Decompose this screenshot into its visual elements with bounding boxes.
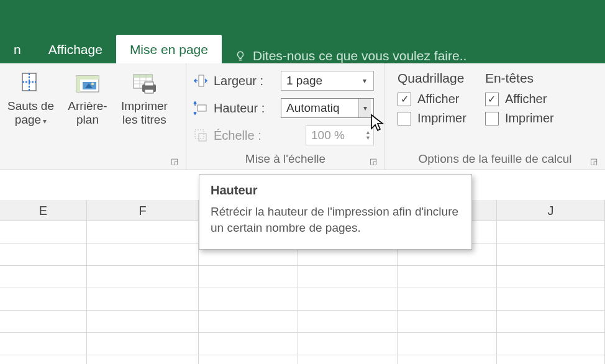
tooltip-hauteur: Hauteur Rétrécir la hauteur de l'impress…	[199, 174, 472, 250]
width-value: 1 page	[286, 74, 322, 88]
svg-rect-5	[76, 80, 80, 92]
scale-icon	[193, 127, 209, 143]
breaks-label-2: page	[15, 113, 41, 126]
lightbulb-icon	[234, 50, 247, 62]
col-head-e[interactable]: E	[0, 200, 87, 221]
headings-column: En-têtes ✓ Afficher Imprimer	[485, 71, 554, 125]
checkbox-unchecked-icon	[398, 112, 411, 125]
gridlines-print-label: Imprimer	[417, 111, 466, 125]
checkbox-unchecked-icon	[485, 112, 499, 125]
svg-rect-16	[145, 82, 153, 86]
title-bar	[0, 0, 605, 30]
col-head-j[interactable]: J	[497, 200, 605, 221]
scale-launcher-icon[interactable]: ◲	[368, 156, 378, 166]
svg-rect-4	[76, 76, 99, 80]
height-combo[interactable]: Automatiq ▾	[281, 98, 374, 118]
col-head-f[interactable]: F	[87, 200, 199, 221]
tooltip-title: Hauteur	[211, 183, 460, 198]
headings-print-checkbox[interactable]: Imprimer	[485, 111, 554, 125]
svg-rect-10	[134, 75, 152, 78]
page-setup-launcher-icon[interactable]: ◲	[170, 156, 180, 166]
tooltip-body: Rétrécir la hauteur de l'impression afin…	[211, 204, 460, 235]
group-scale-to-fit: Largeur : 1 page ▾ Hauteur : Automatiq ▾	[186, 63, 385, 170]
svg-rect-21	[199, 134, 206, 141]
svg-rect-18	[199, 75, 204, 86]
svg-rect-17	[145, 89, 153, 93]
titles-label-2: les titres	[122, 113, 166, 126]
sheet-launcher-icon[interactable]: ◲	[589, 156, 599, 166]
print-titles-button[interactable]: Imprimerles titres	[117, 67, 171, 129]
breaks-label-1: Sauts de	[7, 99, 54, 112]
gridlines-column: Quadrillage ✓ Afficher Imprimer	[398, 71, 466, 125]
tell-me-text: Dites-nous ce que vous voulez faire..	[253, 48, 466, 63]
bg-label-2: plan	[76, 113, 99, 126]
group-sheet-options: Quadrillage ✓ Afficher Imprimer En-têtes…	[385, 63, 605, 170]
titles-label-1: Imprimer	[121, 99, 168, 112]
width-combo[interactable]: 1 page ▾	[281, 71, 374, 91]
svg-rect-20	[195, 130, 204, 139]
ribbon: Sauts depage▾ Arrière-plan	[0, 63, 605, 170]
gridlines-show-checkbox[interactable]: ✓ Afficher	[398, 92, 466, 106]
checkbox-checked-icon: ✓	[485, 93, 499, 106]
group-scale-label: Mise à l'échelle ◲	[190, 150, 381, 170]
ribbon-tabs: n Affichage Mise en page Dites-nous ce q…	[0, 30, 605, 63]
headings-show-label: Afficher	[505, 92, 547, 106]
print-titles-icon	[131, 70, 157, 97]
group-sheet-label: Options de la feuille de calcul ◲	[389, 150, 601, 170]
tab-affichage[interactable]: Affichage	[35, 35, 116, 63]
spinner-arrows-icon: ▲▼	[365, 130, 371, 141]
background-icon	[74, 70, 101, 97]
scale-value: 100 %	[311, 129, 345, 142]
background-button[interactable]: Arrière-plan	[61, 67, 114, 129]
scale-spinner[interactable]: 100 % ▲▼	[306, 125, 374, 145]
chevron-down-icon: ▾	[358, 99, 371, 117]
width-icon	[193, 73, 209, 89]
checkbox-checked-icon: ✓	[398, 93, 411, 106]
scale-pct-label: Échelle :	[214, 129, 276, 143]
tab-mise-en-page[interactable]: Mise en page	[116, 35, 222, 63]
svg-rect-19	[198, 105, 206, 111]
tab-prev-partial[interactable]: n	[0, 35, 35, 63]
headings-show-checkbox[interactable]: ✓ Afficher	[485, 92, 554, 106]
bg-label-1: Arrière-	[68, 99, 107, 112]
width-label: Largeur :	[214, 74, 276, 88]
height-value: Automatiq	[286, 101, 340, 115]
gridlines-print-checkbox[interactable]: Imprimer	[398, 111, 466, 125]
breaks-button[interactable]: Sauts depage▾	[4, 67, 58, 129]
chevron-down-icon: ▾	[358, 76, 371, 85]
gridlines-show-label: Afficher	[417, 92, 459, 106]
headings-head: En-têtes	[485, 71, 554, 86]
group-page-setup: Sauts depage▾ Arrière-plan	[0, 63, 186, 170]
chevron-down-icon: ▾	[43, 117, 47, 125]
group-page-setup-label: ◲	[4, 150, 182, 170]
height-icon	[193, 100, 209, 116]
tell-me-box[interactable]: Dites-nous ce que vous voulez faire..	[222, 48, 466, 63]
breaks-icon	[19, 70, 43, 97]
svg-point-8	[91, 83, 94, 85]
gridlines-head: Quadrillage	[398, 71, 466, 86]
headings-print-label: Imprimer	[505, 111, 554, 125]
height-label: Hauteur :	[214, 101, 276, 116]
